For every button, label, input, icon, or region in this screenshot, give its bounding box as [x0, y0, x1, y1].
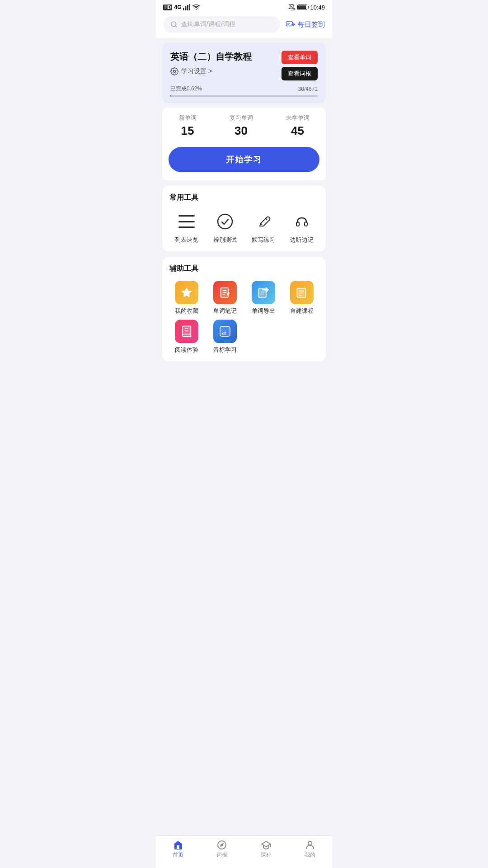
search-box[interactable]: 查询单词/课程/词根: [163, 16, 280, 33]
tool-word-notes[interactable]: 单词笔记: [208, 281, 242, 315]
status-left: HD 4G: [163, 4, 200, 10]
list-browse-icon: [175, 210, 198, 233]
progress-row: 已完成0.62% 30/4871: [170, 85, 318, 93]
list-icon: [178, 215, 195, 228]
course-settings[interactable]: 学习设置 >: [170, 67, 252, 75]
common-tools-grid: 列表速览 辨别测试: [169, 210, 319, 244]
phonetic-learn-label: 音标学习: [213, 346, 237, 354]
common-tools-title: 常用工具: [169, 193, 319, 203]
tool-dictation[interactable]: 默写练习: [246, 210, 280, 244]
aux-tools-title: 辅助工具: [169, 264, 319, 274]
settings-label: 学习设置 >: [181, 67, 212, 75]
search-placeholder: 查询单词/课程/词根: [181, 20, 235, 28]
stat-new: 新单词 15: [179, 114, 197, 138]
signal-label: 4G: [174, 4, 181, 10]
tool-custom-course[interactable]: 自建课程: [285, 281, 319, 315]
circle-check-icon: [216, 212, 234, 231]
status-bar: HD 4G: [156, 0, 332, 13]
progress-count: 30/4871: [298, 86, 318, 92]
sign-in-label: 每日签到: [298, 20, 325, 29]
signal-icon: [183, 4, 190, 10]
word-export-label: 单词导出: [252, 307, 275, 315]
top-bar: 查询单词/课程/词根 每日签到: [156, 13, 332, 38]
tool-phonetic-learn[interactable]: a: 音标学习: [208, 320, 242, 354]
common-tools-section: 常用工具 列表速览 辨别测试: [162, 186, 326, 251]
pen-icon: [254, 212, 272, 231]
identify-test-label: 辨别测试: [213, 236, 237, 244]
svg-line-7: [175, 26, 177, 27]
time-display: 10:49: [310, 4, 325, 11]
phonetic-learn-icon: a:: [213, 320, 237, 343]
aux-tools-section: 辅助工具 我的收藏: [162, 257, 326, 361]
word-export-icon: [252, 281, 275, 304]
svg-rect-3: [189, 4, 191, 10]
tool-word-export[interactable]: 单词导出: [246, 281, 280, 315]
progress-text: 已完成0.62%: [170, 85, 202, 93]
gear-icon: [170, 67, 178, 75]
tool-listen-note[interactable]: 边听边记: [285, 210, 319, 244]
reading-exp-label: 阅读体验: [175, 346, 198, 354]
custom-course-label: 自建课程: [290, 307, 314, 315]
svg-rect-8: [286, 22, 292, 26]
wifi-icon: [192, 4, 200, 10]
svg-point-11: [218, 214, 232, 229]
my-favorites-label: 我的收藏: [175, 307, 198, 315]
stats-row: 新单词 15 复习单词 30 未学单词 45: [162, 108, 326, 142]
sign-in-icon: [286, 20, 296, 28]
headphone-icon: [293, 212, 311, 231]
word-notes-icon: [213, 281, 237, 304]
svg-rect-2: [187, 5, 188, 10]
custom-course-icon: [290, 281, 314, 304]
stat-review: 复习单词 30: [230, 114, 253, 138]
hd-label: HD: [163, 5, 172, 10]
svg-rect-0: [183, 8, 184, 10]
progress-fill: [170, 95, 171, 97]
progress-bar: [170, 95, 318, 97]
sign-in-button[interactable]: 每日签到: [286, 20, 325, 29]
course-buttons: 查看单词 查看词根: [282, 51, 318, 80]
aux-tools-grid: 我的收藏 单词笔记: [169, 281, 319, 354]
reading-exp-icon: [175, 320, 198, 343]
course-card: 英语（二）自学教程 学习设置 > 查看单词 查看词根 已完成0.62% 30/4…: [162, 42, 326, 103]
svg-text:a:: a:: [222, 329, 227, 336]
start-learning-button[interactable]: 开始学习: [169, 147, 319, 172]
listen-note-label: 边听边记: [290, 236, 314, 244]
svg-marker-14: [181, 287, 192, 297]
dictation-label: 默写练习: [252, 236, 275, 244]
svg-point-4: [196, 9, 197, 9]
svg-rect-1: [185, 6, 187, 10]
my-favorites-icon: [175, 281, 198, 304]
view-words-button[interactable]: 查看单词: [282, 51, 318, 64]
course-title: 英语（二）自学教程 学习设置 >: [170, 51, 252, 80]
status-right: 10:49: [288, 4, 325, 11]
course-card-header: 英语（二）自学教程 学习设置 > 查看单词 查看词根: [170, 51, 318, 80]
dictation-icon: [252, 210, 275, 233]
tool-identify-test[interactable]: 辨别测试: [208, 210, 242, 244]
start-button-wrap: 开始学习: [162, 142, 326, 180]
word-notes-label: 单词笔记: [213, 307, 237, 315]
battery-icon: [297, 5, 307, 10]
list-browse-label: 列表速览: [175, 236, 198, 244]
tool-reading-exp[interactable]: 阅读体验: [169, 320, 203, 354]
listen-note-icon: [290, 210, 314, 233]
svg-point-10: [174, 71, 176, 73]
stat-unlearnt: 未学单词 45: [286, 114, 310, 138]
tool-my-favorites[interactable]: 我的收藏: [169, 281, 203, 315]
search-icon: [170, 21, 178, 28]
identify-test-icon: [213, 210, 237, 233]
tool-list-browse[interactable]: 列表速览: [169, 210, 203, 244]
view-roots-button[interactable]: 查看词根: [282, 67, 318, 80]
bell-muted-icon: [288, 4, 296, 11]
